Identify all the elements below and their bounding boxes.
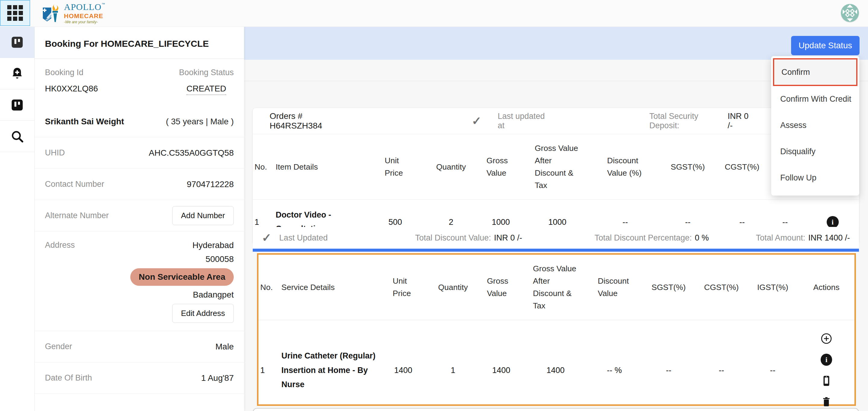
dob-label: Date Of Birth — [45, 373, 92, 383]
patient-name: Srikanth Sai Weight — [45, 117, 124, 126]
total-discount-pct: 0 % — [695, 233, 709, 243]
col-actions: Actions — [798, 255, 855, 320]
booking-title: Booking For HOMECARE_LIFECYCLE — [35, 27, 244, 59]
kanban-board-icon — [10, 36, 24, 49]
update-status-menu: Confirm Confirm With Credit Assess Disqu… — [771, 56, 859, 196]
col-unit-price: Unit Price — [379, 255, 427, 320]
mobile-device-icon[interactable] — [820, 375, 832, 387]
summary-total-amount: INR 1400 /- — [808, 233, 850, 243]
gender-row: Gender Male — [35, 331, 244, 362]
col-gross-value: Gross Value — [482, 134, 520, 200]
col-cgst: CGST(%) — [720, 134, 764, 200]
logo-homecare-text: HOMECARE — [64, 13, 105, 19]
booking-status-label: Booking Status — [179, 68, 234, 77]
menu-item-follow-up[interactable]: Follow Up — [771, 165, 859, 191]
col-gross-after: Gross Value After Discount & Tax — [524, 255, 587, 320]
cell-service-details: Urine Catheter (Regular) Insertion at Ho… — [280, 320, 379, 411]
uhid-value: AHC.C535A0GGTQ58 — [149, 148, 234, 158]
add-item-icon[interactable] — [820, 333, 832, 344]
bell-plus-icon — [10, 67, 24, 81]
total-security-deposit-value: INR 0 /- — [728, 112, 754, 130]
patient-row: Srikanth Sai Weight ( 35 years | Male ) — [35, 106, 244, 137]
booking-details-panel: Booking For HOMECARE_LIFECYCLE Booking I… — [35, 27, 244, 411]
cell-actions: i — [798, 320, 855, 411]
cell-sgst: -- — [642, 320, 696, 411]
uhid-row: UHID AHC.C535A0GGTQ58 — [35, 137, 244, 169]
logo-torch-icon — [42, 3, 62, 23]
info-icon[interactable]: i — [820, 354, 832, 365]
contact-label: Contact Number — [45, 180, 104, 189]
check-icon: ✓ — [262, 231, 272, 244]
orders-last-updated-label: Last updated at — [498, 112, 550, 130]
contact-value: 9704712228 — [187, 180, 234, 189]
booking-id-value: HK0XX2LQ86 — [45, 84, 98, 93]
apollo-homecare-logo[interactable]: APOLLO™ HOMECARE -We are your family- — [42, 2, 105, 24]
col-no: No. — [258, 255, 280, 320]
cell-unit-price: 1400 — [379, 320, 427, 411]
address-row: Address Hyderabad 500058 Non Serviceable… — [35, 231, 244, 331]
services-table: No. Service Details Unit Price Quantity … — [258, 255, 855, 411]
orders-table-header-row: No. Item Details Unit Price Quantity Gro… — [253, 134, 859, 200]
col-igst: IGST(%) — [747, 255, 798, 320]
screen: APOLLO™ HOMECARE -We are your family- — [0, 0, 868, 411]
nav-item-board[interactable] — [0, 89, 34, 121]
total-discount-pct-label: Total Discount Percentage: — [594, 233, 692, 243]
booking-status-value[interactable]: CREATED — [186, 84, 226, 95]
booking-id-label: Booking Id — [45, 68, 98, 77]
logo-apollo-text: APOLLO — [64, 2, 101, 12]
dob-value: 1 Aug'87 — [201, 373, 234, 383]
user-avatar[interactable] — [841, 4, 859, 22]
menu-item-confirm[interactable]: Confirm — [773, 58, 858, 86]
alternate-number-label: Alternate Number — [45, 211, 109, 220]
gender-value: Male — [215, 342, 234, 352]
search-icon — [10, 129, 24, 143]
apps-menu-button[interactable] — [0, 0, 30, 26]
cell-gross-value: 1400 — [478, 320, 524, 411]
add-number-button[interactable]: Add Number — [172, 206, 234, 225]
dob-row: Date Of Birth 1 Aug'87 — [35, 362, 244, 394]
logo-text: APOLLO™ HOMECARE -We are your family- — [64, 2, 105, 24]
logo-tagline: -We are your family- — [64, 20, 105, 24]
delete-icon[interactable] — [820, 396, 832, 408]
col-gross-value: Gross Value — [478, 255, 524, 320]
nav-item-search[interactable] — [0, 121, 34, 152]
apps-grid-icon — [7, 5, 23, 21]
col-sgst: SGST(%) — [642, 255, 696, 320]
col-quantity: Quantity — [420, 134, 482, 200]
col-service-details: Service Details — [280, 255, 379, 320]
contact-row: Contact Number 9704712228 — [35, 169, 244, 200]
edit-address-button[interactable]: Edit Address — [172, 304, 234, 323]
services-table-panel: No. Service Details Unit Price Quantity … — [257, 253, 856, 406]
update-status-button[interactable]: Update Status — [791, 36, 860, 55]
services-table-header-row: No. Service Details Unit Price Quantity … — [258, 255, 855, 320]
cell-igst: -- — [747, 320, 798, 411]
gender-label: Gender — [45, 342, 72, 351]
patient-meta: ( 35 years | Male ) — [166, 117, 234, 126]
col-discount: Discount Value — [587, 255, 642, 320]
nav-item-notifications[interactable] — [0, 58, 34, 89]
total-security-deposit-label: Total Security Deposit: — [649, 112, 725, 130]
address-city: Hyderabad — [192, 240, 234, 250]
menu-item-assess[interactable]: Assess — [771, 112, 859, 139]
avatar-identicon-icon — [841, 4, 859, 22]
address-label: Address — [45, 240, 75, 250]
non-serviceable-badge: Non Serviceable Area — [130, 268, 234, 286]
check-icon: ✓ — [472, 114, 482, 128]
cell-cgst: -- — [696, 320, 747, 411]
address-pincode: 500058 — [206, 254, 234, 264]
summary-last-updated: Last Updated — [279, 233, 328, 243]
menu-item-confirm-with-credit[interactable]: Confirm With Credit — [771, 86, 859, 112]
col-quantity: Quantity — [427, 255, 478, 320]
orders-title: Orders # H64RSZH384 — [270, 111, 351, 131]
cell-gross-after: 1400 — [524, 320, 587, 411]
menu-item-disqualify[interactable]: Disqualify — [771, 139, 859, 165]
orders-header-bar: Orders # H64RSZH384 ✓ Last updated at To… — [253, 108, 859, 134]
top-app-bar: APOLLO™ HOMECARE -We are your family- — [0, 0, 868, 27]
info-icon[interactable]: i — [827, 216, 839, 228]
col-item-details: Item Details — [274, 134, 370, 200]
uhid-label: UHID — [45, 148, 65, 157]
nav-item-bookings-selected[interactable] — [0, 27, 34, 58]
col-unit-price: Unit Price — [370, 134, 420, 200]
alternate-number-row: Alternate Number Add Number — [35, 200, 244, 231]
next-section-card — [253, 408, 859, 411]
